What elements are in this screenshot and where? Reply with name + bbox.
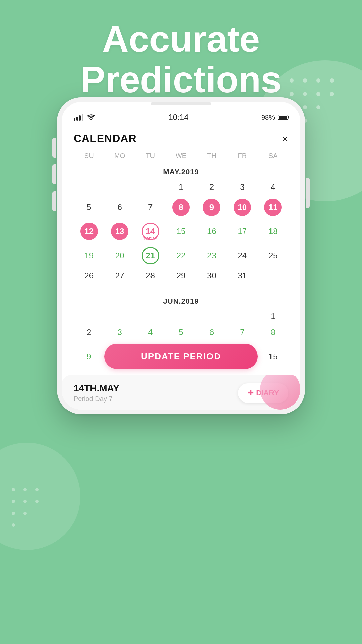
list-item[interactable]: 3: [227, 179, 257, 195]
list-item[interactable]: 22: [166, 244, 196, 268]
list-item[interactable]: 24: [227, 244, 257, 268]
list-item[interactable]: 7: [227, 324, 257, 340]
day-fr: FR: [227, 151, 257, 161]
notch-area: [62, 102, 300, 107]
list-item[interactable]: 26: [74, 268, 104, 284]
svg-point-17: [23, 500, 27, 503]
list-item[interactable]: 15: [166, 219, 196, 244]
day-we: WE: [166, 151, 196, 161]
update-period-button[interactable]: UPDATE PERIOD: [104, 344, 257, 369]
list-item[interactable]: 9: [196, 195, 227, 219]
day-tu: TU: [135, 151, 166, 161]
bottom-date: 14TH.MAY: [74, 383, 119, 394]
bottom-date-info: 14TH.MAY Period Day 7: [74, 383, 119, 403]
list-item[interactable]: 9: [74, 340, 104, 372]
list-item[interactable]: 25: [258, 244, 288, 268]
svg-point-13: [12, 488, 15, 491]
table-row: [104, 179, 135, 195]
phone-inner: 10:14 98% CALENDAR × SU MO: [62, 102, 300, 410]
list-item[interactable]: 1: [166, 179, 196, 195]
list-item[interactable]: 11: [258, 195, 288, 219]
list-item[interactable]: 6: [196, 324, 227, 340]
svg-point-21: [12, 523, 15, 527]
list-item[interactable]: 13: [104, 219, 135, 244]
list-item[interactable]: 27: [104, 268, 135, 284]
table-row: [258, 268, 288, 284]
status-bar: 10:14 98%: [62, 107, 300, 125]
cal-header: CALENDAR ×: [74, 125, 288, 151]
svg-point-15: [35, 488, 39, 491]
svg-point-14: [23, 488, 27, 491]
bottom-deco-circle: [260, 375, 300, 410]
bottom-sub: Period Day 7: [74, 395, 119, 403]
table-row: [166, 308, 196, 324]
list-item[interactable]: 7: [135, 195, 166, 219]
list-item[interactable]: 1: [258, 308, 288, 324]
status-right: 98%: [261, 114, 288, 121]
close-button[interactable]: ×: [282, 133, 288, 144]
jun-grid: 1 2 3 4 5 6 7 8 9 UPDATE PERIOD 15: [74, 308, 288, 372]
may-grid: 1 2 3 4 5 6 7 8 9 10 11 12 13: [74, 179, 288, 284]
signal-icon: [74, 114, 83, 121]
list-item[interactable]: 2: [74, 324, 104, 340]
wifi-icon: [87, 114, 96, 121]
list-item[interactable]: 30: [196, 268, 227, 284]
list-item[interactable]: 10: [227, 195, 257, 219]
list-item[interactable]: 3: [104, 324, 135, 340]
list-item[interactable]: 15: [258, 340, 288, 372]
svg-point-20: [23, 512, 27, 515]
list-item[interactable]: 4: [135, 324, 166, 340]
table-row: [135, 308, 166, 324]
list-item[interactable]: 23: [196, 244, 227, 268]
svg-point-22: [90, 119, 92, 120]
list-item[interactable]: 8: [166, 195, 196, 219]
day-mo: MO: [104, 151, 135, 161]
status-left: [74, 114, 96, 121]
list-item[interactable]: 19: [74, 244, 104, 268]
svg-point-19: [12, 512, 15, 515]
ovulation-cell[interactable]: 21: [135, 244, 166, 268]
notch: [151, 102, 211, 105]
jun-label: JUN.2019: [74, 292, 288, 308]
battery-percent: 98%: [261, 114, 275, 121]
list-item[interactable]: 16: [196, 219, 227, 244]
list-item[interactable]: 18: [258, 219, 288, 244]
table-row: [104, 308, 135, 324]
list-item[interactable]: 28: [135, 268, 166, 284]
table-row: [227, 308, 257, 324]
list-item[interactable]: 4: [258, 179, 288, 195]
svg-point-16: [12, 500, 15, 503]
table-row: [196, 308, 227, 324]
day-headers: SU MO TU WE TH FR SA: [74, 151, 288, 161]
update-period-container: UPDATE PERIOD: [104, 340, 257, 372]
list-item[interactable]: 20: [104, 244, 135, 268]
phone-mockup: 10:14 98% CALENDAR × SU MO: [57, 97, 305, 414]
day-sa: SA: [258, 151, 288, 161]
bg-dots-left: [7, 483, 60, 530]
today-cell[interactable]: 14 TODAY: [135, 219, 166, 244]
day-th: TH: [196, 151, 227, 161]
hero-line1: Accurate: [0, 18, 362, 59]
list-item[interactable]: 29: [166, 268, 196, 284]
calendar-title: CALENDAR: [74, 132, 137, 145]
bottom-panel: 14TH.MAY Period Day 7 ✚ DIARY: [62, 375, 300, 410]
hero-title: Accurate Predictions: [0, 18, 362, 100]
may-label: MAY.2019: [74, 163, 288, 179]
list-item[interactable]: 2: [196, 179, 227, 195]
list-item[interactable]: 6: [104, 195, 135, 219]
list-item[interactable]: 8: [258, 324, 288, 340]
table-row: [74, 179, 104, 195]
table-row: [135, 179, 166, 195]
list-item[interactable]: 31: [227, 268, 257, 284]
battery-icon: [278, 115, 288, 120]
month-divider: [74, 288, 288, 288]
list-item[interactable]: 17: [227, 219, 257, 244]
hero-line2: Predictions: [0, 59, 362, 100]
phone-outer: 10:14 98% CALENDAR × SU MO: [57, 97, 305, 414]
status-time: 10:14: [168, 113, 188, 122]
list-item[interactable]: 5: [74, 195, 104, 219]
table-row: [74, 308, 104, 324]
day-su: SU: [74, 151, 104, 161]
list-item[interactable]: 12: [74, 219, 104, 244]
list-item[interactable]: 5: [166, 324, 196, 340]
